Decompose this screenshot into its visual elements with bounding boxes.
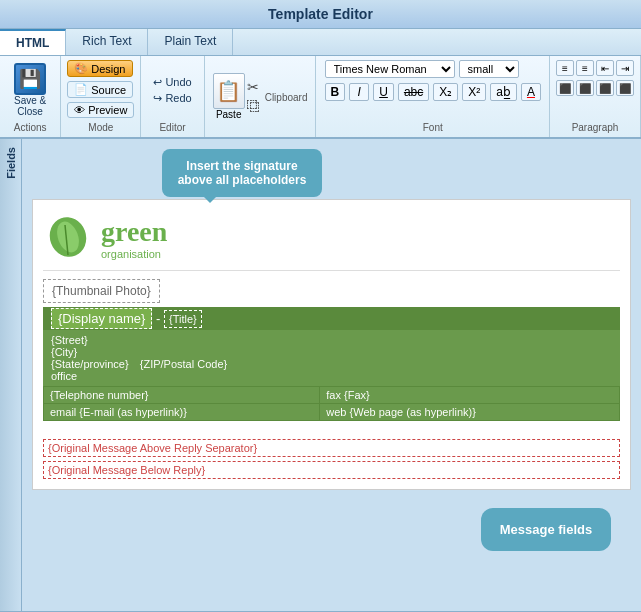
align-right-button[interactable]: ⬛ [596, 80, 614, 96]
zip-placeholder: {ZIP/Postal Code} [140, 358, 227, 370]
msg-tooltip-text: Message fields [500, 522, 593, 537]
paste-group: 📋 Paste ✂ ⿻ Clipboard [205, 56, 317, 137]
title-bar: Template Editor [0, 0, 641, 29]
design-button[interactable]: 🎨 Design [67, 60, 132, 77]
strikethrough-button[interactable]: abc [398, 83, 429, 101]
align-row: ⬛ ⬛ ⬛ ⬛ [556, 80, 634, 96]
align-left-button[interactable]: ⬛ [556, 80, 574, 96]
city-placeholder: {City} [51, 346, 612, 358]
decrease-indent-button[interactable]: ⇤ [596, 60, 614, 76]
paste-icon: 📋 [213, 73, 245, 109]
ordered-list-button[interactable]: ≡ [576, 60, 594, 76]
superscript-button[interactable]: X² [462, 83, 486, 101]
increase-indent-button[interactable]: ⇥ [616, 60, 634, 76]
subscript-button[interactable]: X₂ [433, 83, 458, 101]
undo-label: Undo [165, 76, 191, 88]
telephone-cell: {Telephone number} [44, 387, 320, 404]
logo-area: green organisation [43, 210, 620, 271]
highlight-button[interactable]: ab̲ [490, 83, 517, 101]
redo-button[interactable]: ↪ Redo [149, 91, 195, 106]
italic-button[interactable]: I [349, 83, 369, 101]
align-justify-button[interactable]: ⬛ [616, 80, 634, 96]
logo-name: green [101, 216, 167, 248]
email-cell: email {E-mail (as hyperlink)} [44, 404, 320, 421]
save-close-label: Save &Close [14, 95, 46, 117]
editor-group: ↩ Undo ↪ Redo Editor [141, 56, 204, 137]
paragraph-group: ≡ ≡ ⇤ ⇥ ⬛ ⬛ ⬛ ⬛ Paragraph [550, 56, 641, 137]
ribbon: 💾 Save &Close Actions 🎨 Design 📄 Source … [0, 56, 641, 139]
design-icon: 🎨 [74, 62, 88, 75]
undo-redo-group: ↩ Undo ↪ Redo [149, 75, 195, 106]
font-label: Font [423, 122, 443, 133]
source-icon: 📄 [74, 83, 88, 96]
state-zip-row: {State/province} {ZIP/Postal Code} [51, 358, 612, 370]
orig-below-placeholder: {Original Message Below Reply} [43, 461, 620, 479]
office-label: office [51, 370, 612, 382]
preview-icon: 👁 [74, 104, 85, 116]
save-close-button[interactable]: 💾 Save &Close [8, 61, 52, 119]
redo-icon: ↪ [153, 92, 162, 105]
editor-content: ↩ Undo ↪ Redo [149, 60, 195, 120]
font-size-select[interactable]: small [459, 60, 519, 78]
actions-label: Actions [14, 122, 47, 133]
undo-button[interactable]: ↩ Undo [149, 75, 195, 90]
mode-group: 🎨 Design 📄 Source 👁 Preview Mode [61, 56, 141, 137]
fields-label[interactable]: Fields [5, 147, 17, 179]
tab-plain-text[interactable]: Plain Text [148, 29, 233, 55]
separator: - [156, 311, 164, 326]
name-section: {Display name} - {Title} [43, 307, 620, 330]
redo-label: Redo [165, 92, 191, 104]
logo-sub: organisation [101, 248, 167, 260]
street-placeholder: {Street} [51, 334, 612, 346]
save-icon: 💾 [14, 63, 46, 95]
main-area: Fields Insert the signature above all pl… [0, 139, 641, 611]
font-content: Times New Roman small B I U abc X₂ X² ab… [325, 60, 541, 120]
editor-label: Editor [159, 122, 185, 133]
tab-html[interactable]: HTML [0, 29, 66, 55]
tab-rich-text[interactable]: Rich Text [66, 29, 148, 55]
address-section: {Street} {City} {State/province} {ZIP/Po… [43, 330, 620, 386]
web-cell: web {Web page (as hyperlink)} [320, 404, 620, 421]
font-group: Times New Roman small B I U abc X₂ X² ab… [316, 56, 550, 137]
fax-cell: fax {Fax} [320, 387, 620, 404]
paste-group-label: Clipboard [265, 92, 308, 103]
actions-content: 💾 Save &Close [8, 60, 52, 120]
message-fields-tooltip: Message fields [481, 508, 611, 551]
insert-signature-tooltip: Insert the signature above all placehold… [162, 149, 322, 197]
undo-icon: ↩ [153, 76, 162, 89]
thumbnail-placeholder: {Thumbnail Photo} [43, 279, 160, 303]
title-text: Template Editor [268, 6, 373, 22]
tooltip-text: Insert the signature above all placehold… [178, 159, 307, 187]
actions-group: 💾 Save &Close Actions [0, 56, 61, 137]
orig-above-placeholder: {Original Message Above Reply Separator} [43, 439, 620, 457]
bold-button[interactable]: B [325, 83, 346, 101]
contact-table: {Telephone number} fax {Fax} email {E-ma… [43, 386, 620, 421]
mode-content: 🎨 Design 📄 Source 👁 Preview [67, 60, 134, 120]
logo-text-group: green organisation [101, 216, 167, 260]
align-center-button[interactable]: ⬛ [576, 80, 594, 96]
copy-icon[interactable]: ⿻ [247, 98, 261, 114]
font-row1: Times New Roman small [325, 60, 519, 78]
leaf-logo-icon [43, 215, 93, 260]
paste-button[interactable]: 📋 Paste [213, 73, 245, 120]
cut-icon[interactable]: ✂ [247, 79, 261, 95]
tel-fax-row: {Telephone number} fax {Fax} [44, 387, 620, 404]
font-color-button[interactable]: A [521, 83, 541, 101]
font-family-select[interactable]: Times New Roman [325, 60, 455, 78]
para-content: ≡ ≡ ⇤ ⇥ ⬛ ⬛ ⬛ ⬛ [556, 60, 634, 120]
underline-button[interactable]: U [373, 83, 394, 101]
mode-label: Mode [88, 122, 113, 133]
preview-button[interactable]: 👁 Preview [67, 102, 134, 118]
state-placeholder: {State/province} [51, 358, 129, 370]
fields-sidebar[interactable]: Fields [0, 139, 22, 611]
paste-label: Paste [216, 109, 242, 120]
content-area: Insert the signature above all placehold… [22, 139, 641, 611]
list-row: ≡ ≡ ⇤ ⇥ [556, 60, 634, 76]
para-label: Paragraph [572, 122, 619, 133]
source-button[interactable]: 📄 Source [67, 81, 133, 98]
email-template: green organisation {Thumbnail Photo} {Di… [32, 199, 631, 490]
design-label: Design [91, 63, 125, 75]
display-name-placeholder: {Display name} [51, 308, 152, 329]
title-placeholder: {Title} [164, 310, 202, 328]
unordered-list-button[interactable]: ≡ [556, 60, 574, 76]
